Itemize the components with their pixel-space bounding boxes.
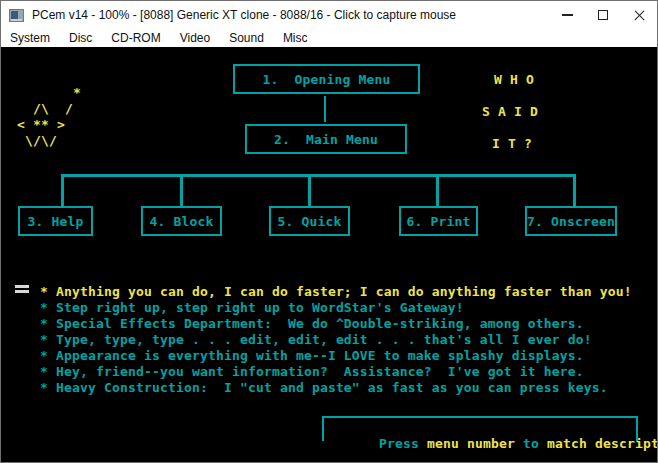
description-line: * Step right up, step right up to WordSt…	[40, 300, 464, 316]
menu-box-label: 5. Quick	[278, 214, 342, 229]
window-title: PCem v14 - 100% - [8088] Generic XT clon…	[32, 8, 456, 22]
menu-box-opening-menu: 1. Opening Menu	[233, 64, 420, 94]
titlebar: PCem v14 - 100% - [8088] Generic XT clon…	[1, 1, 657, 29]
menu-box-help: 3. Help	[18, 206, 93, 236]
emulator-screen[interactable]: * /\ / < ** > \/\/ 1. Opening Menu 2. Ma…	[1, 47, 657, 463]
prompt-segment: Press	[379, 436, 427, 451]
menu-box-onscreen: 7. Onscreen	[525, 206, 617, 236]
description-line-highlighted: * Anything you can do, I can do faster; …	[40, 284, 632, 300]
window-controls	[549, 1, 657, 29]
puzzle-title-line2: S A I D	[482, 104, 538, 119]
menu-item-video[interactable]: Video	[180, 31, 210, 45]
app-icon-detail	[11, 19, 22, 21]
tree-drop-quick	[308, 174, 311, 206]
menubar: System Disc CD-ROM Video Sound Misc	[1, 29, 657, 47]
description-line: * Heavy Construction: I "cut and paste" …	[40, 380, 608, 396]
puzzle-title-line3: I T ?	[492, 136, 532, 151]
tree-drop-print	[436, 174, 439, 206]
menu-box-block: 4. Block	[141, 206, 222, 236]
text-cursor	[15, 285, 29, 293]
tree-drop-block	[180, 174, 183, 206]
close-icon	[633, 9, 646, 22]
menu-item-cdrom[interactable]: CD-ROM	[111, 31, 160, 45]
menu-item-misc[interactable]: Misc	[283, 31, 308, 45]
close-button[interactable]	[621, 1, 657, 29]
description-line: * Appearance is everything with me--I LO…	[40, 348, 584, 364]
minimize-icon	[562, 14, 573, 16]
tree-connector-horizontal	[61, 174, 576, 177]
menu-box-label: 4. Block	[150, 214, 214, 229]
menu-box-main-menu: 2. Main Menu	[245, 124, 407, 154]
menu-box-print: 6. Print	[399, 206, 478, 236]
description-line: * Special Effects Department: We do ^Dou…	[40, 316, 584, 332]
prompt-box: Press menu number to match description	[322, 416, 638, 441]
description-line: * Type, type, type . . . edit, edit, edi…	[40, 332, 592, 348]
menu-item-sound[interactable]: Sound	[229, 31, 264, 45]
maximize-button[interactable]	[585, 1, 621, 29]
menu-box-label: 2. Main Menu	[274, 132, 378, 147]
tree-connector-vertical	[324, 96, 326, 122]
prompt-segment: match description	[547, 436, 658, 451]
prompt-segment: to	[523, 436, 547, 451]
prompt-segment: menu number	[427, 436, 523, 451]
menu-box-label: 6. Print	[407, 214, 471, 229]
menu-item-disc[interactable]: Disc	[69, 31, 92, 45]
tree-drop-onscreen	[573, 174, 576, 206]
description-line: * Hey, friend--you want information? Ass…	[40, 364, 584, 380]
menu-box-label: 7. Onscreen	[527, 214, 615, 229]
maximize-icon	[598, 10, 608, 20]
minimize-button[interactable]	[549, 1, 585, 29]
menu-box-label: 3. Help	[28, 214, 84, 229]
menu-item-system[interactable]: System	[10, 31, 50, 45]
menu-box-label: 1. Opening Menu	[263, 72, 391, 87]
puzzle-title-line1: W H O	[494, 72, 534, 87]
pcem-app-icon[interactable]	[9, 9, 24, 22]
pcem-window: PCem v14 - 100% - [8088] Generic XT clon…	[0, 0, 658, 463]
menu-box-quick: 5. Quick	[269, 206, 350, 236]
tree-drop-help	[61, 174, 64, 206]
ascii-art-owl: * /\ / < ** > \/\/	[9, 85, 81, 149]
